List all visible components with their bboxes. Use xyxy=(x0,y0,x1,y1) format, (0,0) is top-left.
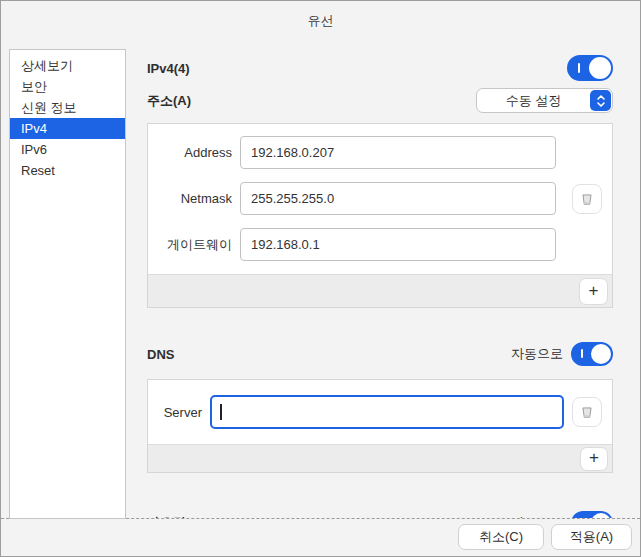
dns-rows: Server xyxy=(148,380,612,444)
wired-settings-dialog: 유선 상세보기 보안 신원 정보 IPv4 IPv6 Reset IPv4(4)… xyxy=(0,0,641,557)
ipv4-method-select[interactable]: 수동 설정 xyxy=(476,88,613,113)
gateway-row: 게이트웨이 xyxy=(148,228,612,261)
dns-server-row: Server xyxy=(148,395,612,429)
delete-dns-server-button[interactable] xyxy=(572,397,602,427)
dns-auto-label: 자동으로 xyxy=(511,345,563,363)
address-row: Address xyxy=(148,136,612,169)
ipv4-enable-toggle[interactable] xyxy=(567,55,613,81)
select-chevrons-button[interactable] xyxy=(590,90,611,111)
sidebar-item-reset[interactable]: Reset xyxy=(10,160,125,181)
dns-section-title: DNS xyxy=(147,347,174,362)
address-input[interactable] xyxy=(240,136,556,169)
titlebar: 유선 xyxy=(1,1,640,41)
trash-icon xyxy=(578,190,596,208)
routes-auto-label: 자동으로 xyxy=(511,514,563,518)
address-label: Address xyxy=(154,145,232,160)
ipv4-page: IPv4(4) 주소(A) 수동 설정 Addres xyxy=(147,41,613,518)
routes-auto-toggle[interactable] xyxy=(571,511,613,518)
cancel-button[interactable]: 취소(C) xyxy=(458,524,544,550)
dns-server-label: Server xyxy=(154,405,202,420)
trash-icon xyxy=(578,403,596,421)
toggle-on-mark-icon xyxy=(578,63,580,73)
toggle-on-mark-icon xyxy=(581,349,583,358)
routes-header-row: 라우팅 자동으로 xyxy=(147,508,613,518)
toggle-knob xyxy=(589,57,611,79)
addresses-panel-footer: + xyxy=(148,274,612,307)
sidebar-item-security[interactable]: 보안 xyxy=(10,76,125,97)
dns-panel: Server + xyxy=(147,379,613,473)
sidebar-item-details[interactable]: 상세보기 xyxy=(10,55,125,76)
sidebar: 상세보기 보안 신원 정보 IPv4 IPv6 Reset xyxy=(9,49,126,519)
toggle-knob xyxy=(591,513,611,518)
ipv4-header-row: IPv4(4) xyxy=(147,55,613,81)
gateway-label: 게이트웨이 xyxy=(154,236,232,254)
address-header-row: 주소(A) 수동 설정 xyxy=(147,88,613,113)
dns-server-input[interactable] xyxy=(210,395,564,429)
dns-header-row: DNS 자동으로 xyxy=(147,342,613,366)
ipv4-section-title: IPv4(4) xyxy=(147,61,190,76)
netmask-row: Netmask xyxy=(148,182,612,215)
text-caret xyxy=(220,404,222,420)
ipv4-method-selected-value: 수동 설정 xyxy=(477,92,590,110)
netmask-label: Netmask xyxy=(154,191,232,206)
add-dns-server-button[interactable]: + xyxy=(580,447,608,471)
window-title: 유선 xyxy=(308,12,334,30)
sidebar-item-identity[interactable]: 신원 정보 xyxy=(10,97,125,118)
delete-address-button[interactable] xyxy=(572,184,602,214)
gateway-input[interactable] xyxy=(240,228,556,261)
add-address-button[interactable]: + xyxy=(579,278,608,305)
address-section-title: 주소(A) xyxy=(147,92,191,110)
netmask-input[interactable] xyxy=(240,182,556,215)
up-down-chevrons-icon xyxy=(595,94,607,108)
sidebar-item-ipv6[interactable]: IPv6 xyxy=(10,139,125,160)
dns-auto-group: 자동으로 xyxy=(511,342,613,366)
dns-panel-footer: + xyxy=(148,444,612,472)
routes-section-title: 라우팅 xyxy=(147,514,186,518)
routes-auto-group: 자동으로 xyxy=(511,511,613,518)
toggle-knob xyxy=(591,344,611,364)
apply-button[interactable]: 적용(A) xyxy=(551,524,632,550)
dns-auto-toggle[interactable] xyxy=(571,342,613,366)
addresses-panel: Address Netmask 게이트웨이 xyxy=(147,123,613,308)
addresses-rows: Address Netmask 게이트웨이 xyxy=(148,124,612,274)
sidebar-item-ipv4[interactable]: IPv4 xyxy=(10,118,125,139)
dns-server-input-wrap xyxy=(210,395,564,429)
